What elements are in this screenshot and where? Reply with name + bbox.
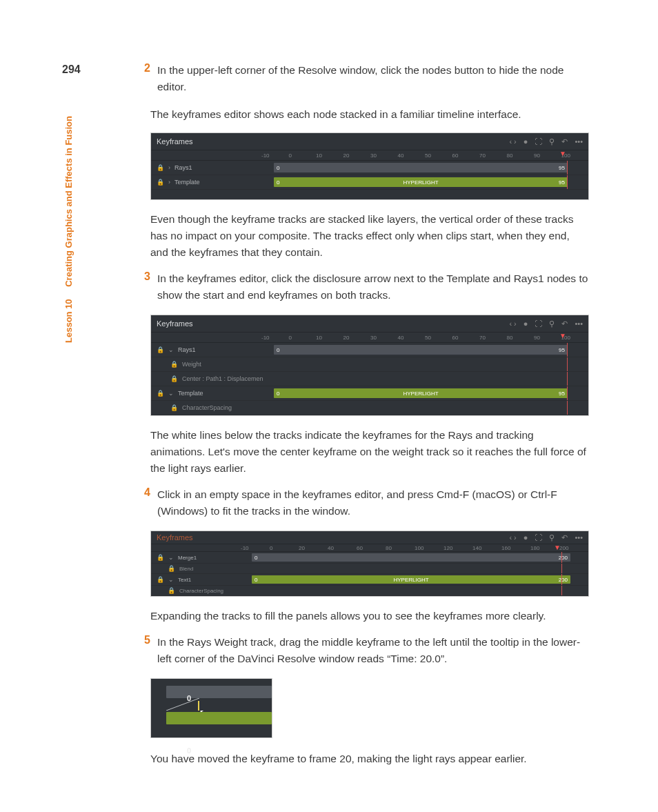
- disclosure-right-icon: ›: [168, 179, 170, 186]
- clip-bar: 095: [274, 163, 568, 172]
- ruler-tick: 40: [398, 335, 426, 341]
- ruler-tick: 50: [425, 152, 452, 159]
- playhead-line: [567, 161, 568, 175]
- expand-icon: ⛶: [535, 319, 542, 328]
- clip-start: 0: [277, 179, 279, 186]
- expand-icon: ⛶: [535, 137, 542, 146]
- step-4-followup: Expanding the tracks to fill the panels …: [150, 608, 589, 624]
- svg-line-0: [166, 698, 199, 711]
- more-icon: •••: [575, 137, 583, 146]
- step-5-followup: You have moved the keyframe to frame 20,…: [150, 751, 589, 767]
- lesson-number: Lesson 10: [63, 299, 74, 343]
- ruler-tick: 30: [370, 335, 398, 341]
- playhead-line: [567, 401, 568, 415]
- playhead-line: [561, 586, 562, 595]
- clip-end: 95: [559, 390, 565, 397]
- clip-end: 95: [559, 165, 565, 171]
- ruler-tick: 70: [479, 335, 507, 341]
- playhead-line: [561, 564, 562, 573]
- track-row-text1: 🔒⌄Text1 0HYPERLIGHT200: [151, 574, 588, 586]
- clip-bar: 0200: [252, 553, 570, 562]
- page-number: 294: [62, 63, 81, 76]
- step-number: 3: [131, 270, 157, 310]
- panel-title: Keyframes: [157, 137, 193, 146]
- keyframe-drag-screenshot: 0 ↖ 0: [150, 678, 272, 738]
- ruler-tick: 20: [299, 545, 328, 551]
- ruler-tick: 60: [452, 335, 480, 341]
- ruler-tick: -10: [241, 545, 270, 551]
- ruler-tick: 20: [343, 335, 371, 341]
- panel-title: Keyframes: [157, 533, 193, 542]
- lock-icon: 🔒: [157, 346, 164, 353]
- ruler-tick: 70: [479, 152, 507, 159]
- clip-end: 200: [559, 577, 568, 583]
- lock-icon: 🔒: [170, 375, 178, 382]
- track-row-merge1: 🔒⌄Merge1 0200: [151, 552, 588, 564]
- playhead-line: [561, 574, 562, 585]
- step-text: In the upper-left corner of the Resolve …: [157, 62, 589, 95]
- track-label: CharacterSpacing: [179, 588, 223, 594]
- track-row-rays1: 🔒⌄Rays1 095: [151, 343, 588, 357]
- playhead-line: [561, 552, 562, 563]
- step-2-followup: The keyframes editor shows each node sta…: [150, 106, 589, 123]
- clip-bar-gray: 0: [166, 686, 272, 698]
- lesson-sidebar: Lesson 10 Creating Graphics and Effects …: [63, 116, 74, 343]
- step-number: 2: [131, 62, 157, 102]
- step-number: 5: [131, 634, 157, 674]
- track-row-characterspacing: 🔒CharacterSpacing: [151, 401, 588, 415]
- step-2: 2 In the upper-left corner of the Resolv…: [131, 62, 589, 102]
- step-3: 3 In the keyframes editor, click the dis…: [131, 270, 589, 310]
- ruler-tick: 90: [534, 335, 561, 341]
- keyframes-panel-screenshot-3: Keyframes ‹ › ● ⛶ ⚲ ↶ ••• -10 0 20 40 60…: [150, 531, 589, 597]
- dot-icon: ●: [524, 319, 528, 328]
- ruler-tick: 160: [501, 545, 530, 551]
- playhead-icon: ▼: [554, 544, 561, 551]
- dot-icon: ●: [524, 533, 528, 542]
- step-number: 4: [131, 486, 157, 526]
- keyframes-panel-screenshot-2: Keyframes ‹ › ● ⛶ ⚲ ↶ ••• -10 0 10 20 30…: [150, 315, 589, 416]
- lock-icon: 🔒: [157, 554, 164, 561]
- lock-icon: 🔒: [170, 361, 178, 368]
- undo-icon: ↶: [561, 137, 568, 146]
- keyframe-line: [166, 698, 199, 711]
- step-text: In the keyframes editor, click the discl…: [157, 270, 589, 304]
- track-label: Merge1: [178, 555, 197, 561]
- clip-bar: 0HYPERLIGHT200: [252, 575, 570, 584]
- lock-icon: 🔒: [168, 565, 175, 572]
- nav-arrows-icon: ‹ ›: [509, 319, 516, 328]
- ruler-tick: 40: [328, 545, 357, 551]
- track-row-rays1: 🔒›Rays1 095: [151, 161, 588, 175]
- zoom-icon: ⚲: [549, 533, 555, 542]
- track-row-blend: 🔒Blend: [151, 564, 588, 574]
- zoom-icon: ⚲: [549, 319, 555, 328]
- disclosure-down-icon: ⌄: [168, 554, 174, 561]
- clip-bar: 0HYPERLIGHT95: [274, 177, 568, 187]
- ruler-tick: 100: [415, 545, 443, 551]
- disclosure-down-icon: ⌄: [168, 346, 174, 353]
- step-2-followup-2: Even though the keyframe tracks are stac…: [150, 211, 589, 261]
- clip-start: 0: [277, 165, 279, 171]
- timeline-ruler: -10 0 10 20 30 40 50 60 70 80 90 100 ▼: [151, 333, 588, 343]
- playhead-line: [567, 372, 568, 386]
- clip-end: 95: [559, 179, 565, 186]
- disclosure-down-icon: ⌄: [168, 576, 174, 583]
- ruler-tick: 60: [357, 545, 386, 551]
- track-label: Blend: [179, 566, 193, 572]
- undo-icon: ↶: [561, 319, 568, 328]
- more-icon: •••: [575, 319, 583, 328]
- ruler-tick: 140: [472, 545, 501, 551]
- track-label: Rays1: [178, 346, 196, 353]
- nav-arrows-icon: ‹ ›: [509, 533, 516, 542]
- track-label: Weight: [182, 361, 201, 368]
- clip-start: 0: [255, 555, 257, 561]
- track-label: Rays1: [175, 164, 192, 171]
- ruler-tick: 60: [452, 152, 480, 159]
- step-text: Click in an empty space in the keyframes…: [157, 486, 589, 519]
- track-row-template: 🔒›Template 0HYPERLIGHT95: [151, 175, 588, 190]
- ruler-tick: 50: [425, 335, 452, 341]
- clip-start: 0: [277, 347, 279, 353]
- clip-bar-green: 0: [166, 712, 272, 724]
- clip-title: HYPERLIGHT: [403, 179, 438, 186]
- undo-icon: ↶: [561, 533, 568, 542]
- lock-icon: 🔒: [168, 587, 175, 594]
